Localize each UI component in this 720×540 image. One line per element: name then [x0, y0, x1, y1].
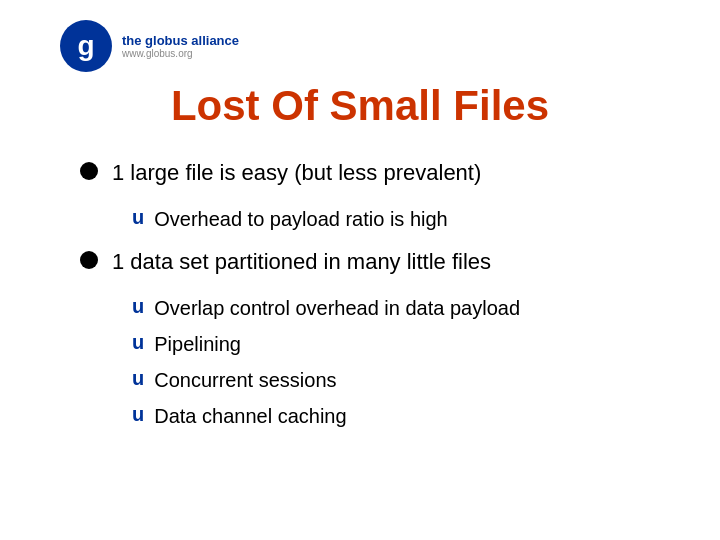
sub-bullet-icon-1a: u: [132, 206, 144, 229]
bullet-text-2: 1 data set partitioned in many little fi…: [112, 247, 491, 278]
sub-bullet-text-2c: Concurrent sessions: [154, 366, 336, 394]
sub-bullet-text-2b: Pipelining: [154, 330, 241, 358]
logo-circle: g: [60, 20, 112, 72]
slide-title: Lost Of Small Files: [60, 82, 660, 130]
bullet-icon-1: [80, 162, 98, 180]
sub-bullet-2b: u Pipelining: [132, 330, 660, 358]
sub-bullet-1a: u Overhead to payload ratio is high: [132, 205, 660, 233]
slide: g the globus alliance www.globus.org Los…: [0, 0, 720, 540]
header: g the globus alliance www.globus.org: [60, 20, 660, 72]
content: 1 large file is easy (but less prevalent…: [60, 158, 660, 430]
sub-bullet-2c: u Concurrent sessions: [132, 366, 660, 394]
sub-bullet-2d: u Data channel caching: [132, 402, 660, 430]
sub-bullet-icon-2c: u: [132, 367, 144, 390]
sub-bullet-text-1a: Overhead to payload ratio is high: [154, 205, 448, 233]
sub-bullets-1: u Overhead to payload ratio is high: [132, 205, 660, 233]
main-bullet-1: 1 large file is easy (but less prevalent…: [80, 158, 660, 189]
logo-text-block: the globus alliance www.globus.org: [122, 33, 239, 59]
sub-bullet-icon-2a: u: [132, 295, 144, 318]
bullet-text-1: 1 large file is easy (but less prevalent…: [112, 158, 481, 189]
sub-bullets-2: u Overlap control overhead in data paylo…: [132, 294, 660, 430]
sub-bullet-text-2a: Overlap control overhead in data payload: [154, 294, 520, 322]
sub-bullet-icon-2d: u: [132, 403, 144, 426]
sub-bullet-icon-2b: u: [132, 331, 144, 354]
org-name: the globus alliance: [122, 33, 239, 48]
sub-bullet-text-2d: Data channel caching: [154, 402, 346, 430]
sub-bullet-2a: u Overlap control overhead in data paylo…: [132, 294, 660, 322]
bullet-icon-2: [80, 251, 98, 269]
org-url: www.globus.org: [122, 48, 239, 59]
main-bullet-2: 1 data set partitioned in many little fi…: [80, 247, 660, 278]
logo-letter: g: [77, 30, 94, 62]
